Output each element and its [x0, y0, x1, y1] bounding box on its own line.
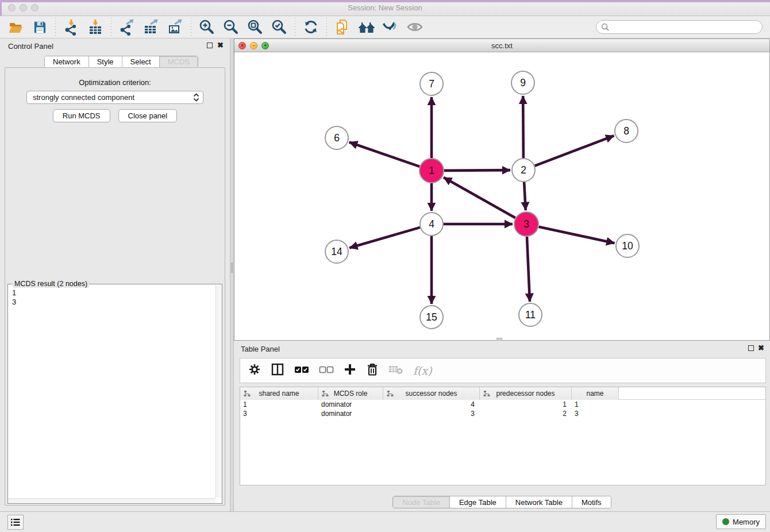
graph-node-label-3: 3 — [523, 218, 529, 230]
zoom-in-icon — [198, 18, 215, 36]
control-panel-float-icon[interactable] — [207, 43, 213, 48]
tab-edge-table[interactable]: Edge Table — [450, 496, 506, 508]
result-vertical-scrollbar[interactable] — [215, 285, 222, 498]
graph-node-label-7: 7 — [429, 78, 434, 90]
show-graphics-details-button[interactable] — [381, 17, 401, 37]
function-builder-button-disabled[interactable]: f(x) — [413, 364, 432, 377]
delete-table-button-disabled[interactable] — [388, 364, 403, 377]
create-column-button[interactable] — [344, 363, 356, 378]
zoom-fit-button[interactable] — [245, 17, 265, 37]
edge-1-2[interactable] — [444, 170, 510, 171]
search-input[interactable] — [610, 21, 762, 33]
result-horizontal-scrollbar[interactable] — [8, 498, 215, 503]
main-toolbar — [0, 16, 770, 38]
import-table-button[interactable] — [86, 17, 105, 37]
toolbar-separator — [295, 18, 295, 36]
edge-4-14[interactable] — [349, 228, 420, 248]
table-toolbar: f(x) — [240, 358, 766, 383]
cell-MCDS-role[interactable]: dominator — [318, 409, 383, 418]
column-header-MCDS-role[interactable]: MCDS role — [318, 387, 383, 400]
column-header-predecessor-nodes[interactable]: predecessor nodes — [480, 387, 572, 400]
tab-network-table[interactable]: Network Table — [506, 496, 572, 508]
graph-node-label-11: 11 — [525, 309, 536, 321]
save-session-button[interactable] — [30, 17, 49, 37]
select-all-columns-button[interactable] — [294, 365, 309, 376]
export-network-icon — [118, 18, 136, 36]
edge-3-11[interactable] — [527, 237, 530, 302]
import-network-button[interactable] — [61, 17, 81, 37]
zoom-in-button[interactable] — [197, 17, 217, 37]
run-mcds-button[interactable]: Run MCDS — [53, 109, 110, 122]
edge-2-3[interactable] — [524, 182, 526, 210]
graph-node-label-1: 1 — [429, 165, 434, 176]
table-panel: Table Panel ✖ — [234, 342, 770, 511]
zoom-selected-button[interactable] — [270, 17, 289, 37]
export-network-button[interactable] — [117, 17, 137, 37]
network-graph[interactable]: 7968124314101511 — [234, 52, 769, 340]
edge-2-8[interactable] — [535, 136, 614, 165]
table-row[interactable]: 3dominator323 — [240, 409, 765, 418]
tab-mcds[interactable]: MCDS — [160, 56, 198, 67]
column-header-name[interactable]: name — [572, 387, 619, 400]
splitter-grip[interactable] — [231, 263, 233, 273]
network-resize-grip[interactable] — [496, 338, 502, 341]
first-neighbors-button[interactable] — [357, 17, 376, 37]
control-panel-close-icon[interactable]: ✖ — [217, 41, 224, 49]
cell-predecessor-nodes[interactable]: 1 — [480, 400, 572, 409]
panel-splitter[interactable] — [230, 38, 234, 511]
export-image-button[interactable] — [165, 17, 185, 37]
edge-1-6[interactable] — [349, 142, 419, 167]
export-image-icon — [167, 18, 184, 36]
close-panel-button[interactable]: Close panel — [118, 109, 178, 122]
cell-predecessor-nodes[interactable]: 2 — [480, 409, 572, 418]
cell-name[interactable]: 3 — [572, 409, 619, 418]
export-table-button[interactable] — [141, 17, 161, 37]
first-neighbors-icon — [357, 18, 376, 36]
hide-graphics-details-button[interactable] — [405, 17, 425, 37]
zoom-out-button[interactable] — [221, 17, 241, 37]
import-network-icon — [63, 18, 80, 36]
tab-select[interactable]: Select — [122, 56, 160, 67]
cell-shared-name[interactable]: 1 — [240, 400, 318, 409]
search-box — [596, 20, 763, 34]
zoom-out-icon — [222, 18, 240, 36]
open-file-button[interactable] — [6, 17, 25, 37]
cell-successor-nodes[interactable]: 3 — [383, 409, 480, 418]
trash-icon — [366, 363, 379, 376]
refresh-button[interactable] — [301, 17, 321, 37]
columns-icon — [271, 363, 284, 376]
edge-3-10[interactable] — [539, 227, 615, 244]
memory-button[interactable]: Memory — [716, 514, 766, 529]
cell-successor-nodes[interactable]: 4 — [383, 400, 480, 409]
table-body: 1dominator4113dominator323 — [240, 400, 765, 418]
tab-network[interactable]: Network — [45, 56, 89, 67]
cell-name[interactable]: 1 — [572, 400, 619, 409]
delete-column-button[interactable] — [366, 363, 379, 379]
task-list-icon — [11, 518, 20, 526]
deselect-all-columns-button[interactable] — [319, 365, 334, 376]
edge-3-1[interactable] — [444, 178, 515, 218]
task-history-button[interactable] — [7, 515, 24, 530]
show-graphics-details-icon — [382, 18, 399, 36]
table-settings-button[interactable] — [248, 363, 261, 378]
table-panel-float-icon[interactable] — [748, 345, 754, 351]
window-titlebar: Session: New Session — [0, 0, 770, 16]
cell-MCDS-role[interactable]: dominator — [318, 400, 383, 409]
background-window-edge — [0, 0, 770, 2]
cell-shared-name[interactable]: 3 — [240, 409, 318, 418]
edge-2-9[interactable] — [523, 96, 523, 158]
table-panel-close-icon[interactable]: ✖ — [758, 344, 764, 352]
clone-network-button[interactable] — [333, 17, 352, 37]
column-header-successor-nodes[interactable]: successor nodes — [383, 387, 480, 400]
mcds-result-list[interactable]: 13 — [8, 286, 215, 498]
network-window: × – + scc.txt 7968124314101511 — [234, 38, 770, 341]
table-row[interactable]: 1dominator411 — [240, 400, 765, 409]
optimization-criterion-dropdown[interactable]: strongly connected component — [26, 91, 203, 104]
tab-node-table[interactable]: Node Table — [393, 496, 450, 508]
toggle-column-panel-button[interactable] — [271, 363, 284, 379]
network-window-titlebar[interactable]: × – + scc.txt — [234, 39, 769, 52]
column-header-shared-name[interactable]: shared name — [240, 387, 318, 400]
tab-motifs[interactable]: Motifs — [572, 496, 611, 508]
tab-style[interactable]: Style — [89, 56, 122, 67]
network-canvas[interactable]: 7968124314101511 — [234, 52, 769, 340]
